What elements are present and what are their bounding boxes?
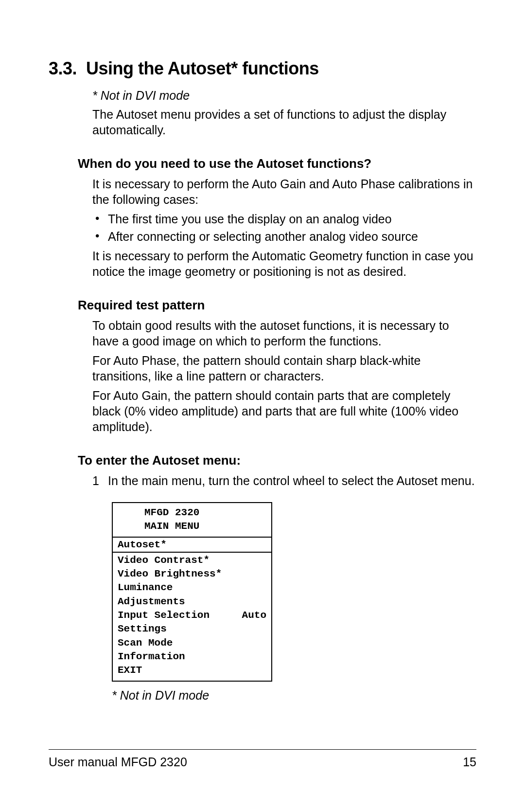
step-text: In the main menu, turn the control wheel… [108,473,476,488]
bullet-item: After connecting or selecting another an… [92,229,476,244]
footer-left-text: User manual MFGD 2320 [49,755,187,769]
osd-item-input-selection: Input Selection Auto [118,609,266,622]
footer-divider [49,749,476,750]
osd-header-line2: MAIN MENU [118,520,266,533]
footer-page-number: 15 [463,755,476,769]
subheading-pattern: Required test pattern [78,298,476,313]
osd-menu-note: * Not in DVI mode [112,688,476,703]
osd-item-exit: EXIT [118,664,266,677]
osd-item: Video Contrast* [118,554,266,567]
sub2-para1: To obtain good results with the autoset … [92,318,476,349]
section-title: 3.3. Using the Autoset* functions [49,58,476,79]
numbered-list: 1 In the main menu, turn the control whe… [92,473,476,488]
subheading-when: When do you need to use the Autoset func… [78,156,476,171]
step-number: 1 [92,473,108,488]
section-intro: The Autoset menu provides a set of funct… [92,107,476,138]
section-note: * Not in DVI mode [92,89,476,103]
section-number: 3.3. [49,58,77,78]
osd-item: Settings [118,622,266,636]
osd-item-label: Input Selection [118,609,210,622]
osd-item: Information [118,650,266,664]
osd-header-line1: MFGD 2320 [118,506,266,520]
section-title-text: Using the Autoset* functions [86,58,319,78]
osd-item: Video Brightness* [118,567,266,581]
sub2-para2: For Auto Phase, the pattern should conta… [92,353,476,384]
osd-selected-item: Autoset* [113,538,271,553]
osd-item-value: Auto [242,609,266,622]
bullet-item: The first time you use the display on an… [92,211,476,227]
osd-item: Luminance [118,581,266,595]
osd-menu-header: MFGD 2320 MAIN MENU [113,503,271,538]
list-step: 1 In the main menu, turn the control whe… [92,473,476,488]
osd-menu-items: Video Contrast* Video Brightness* Lumina… [113,553,271,681]
sub1-bullets: The first time you use the display on an… [92,211,476,244]
sub2-para3: For Auto Gain, the pattern should contai… [92,388,476,434]
sub1-para1: It is necessary to perform the Auto Gain… [92,176,476,207]
sub1-para2: It is necessary to perform the Automatic… [92,248,476,279]
page-content: 3.3. Using the Autoset* functions * Not … [49,58,476,703]
osd-item: Adjustments [118,595,266,609]
osd-menu: MFGD 2320 MAIN MENU Autoset* Video Contr… [112,502,272,682]
osd-item: Scan Mode [118,636,266,650]
subheading-enter: To enter the Autoset menu: [78,453,476,468]
